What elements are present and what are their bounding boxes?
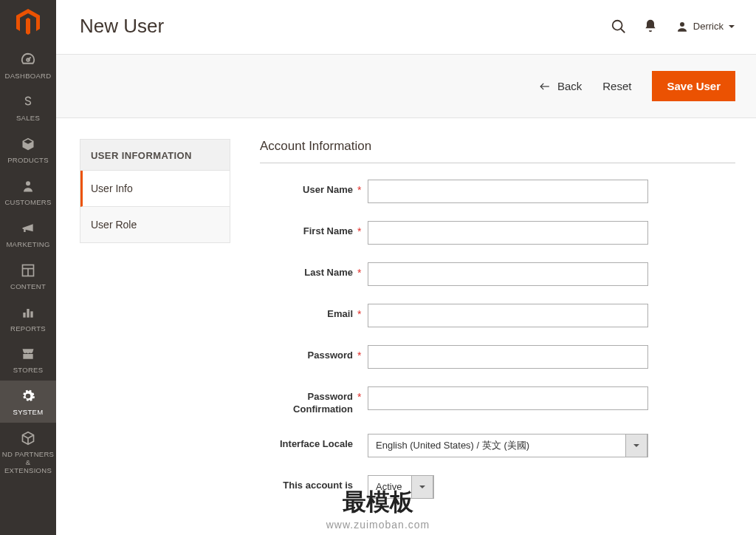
nav-products[interactable]: PRODUCTS <box>0 129 56 171</box>
required-marker: * <box>357 180 363 196</box>
chevron-down-icon <box>411 475 433 499</box>
save-user-button[interactable]: Save User <box>652 71 735 101</box>
arrow-left-icon <box>538 81 551 92</box>
required-marker: * <box>357 345 363 361</box>
nav-dashboard[interactable]: DASHBOARD <box>0 44 56 86</box>
chevron-down-icon <box>625 434 647 457</box>
nav-system[interactable]: SYSTEM <box>0 381 56 423</box>
back-button[interactable]: Back <box>538 80 582 92</box>
svg-point-9 <box>680 22 684 27</box>
account-form: Account Information User Name * First Na… <box>260 139 735 517</box>
user-info-tabs: USER INFORMATION User Info User Role <box>80 139 230 243</box>
account-status-select[interactable]: Active <box>368 475 434 499</box>
password-input[interactable] <box>368 345 648 369</box>
tab-user-info[interactable]: User Info <box>80 171 230 207</box>
side-tabs-title: USER INFORMATION <box>80 140 230 171</box>
lastname-input[interactable] <box>368 262 648 286</box>
gear-icon <box>20 388 36 404</box>
section-title: Account Information <box>260 139 735 163</box>
firstname-input[interactable] <box>368 221 648 245</box>
megaphone-icon <box>20 220 36 236</box>
svg-point-7 <box>613 20 622 30</box>
svg-line-8 <box>621 28 625 33</box>
required-marker: * <box>357 386 363 403</box>
tab-user-role[interactable]: User Role <box>80 207 230 242</box>
page-header: New User Derrick <box>56 0 756 47</box>
admin-sidebar: DASHBOARD SALES PRODUCTS CUSTOMERS MARKE… <box>0 0 56 535</box>
dollar-icon <box>20 94 36 110</box>
svg-rect-4 <box>23 313 25 318</box>
chevron-down-icon <box>728 23 735 30</box>
username-label: Derrick <box>693 21 724 32</box>
required-marker: * <box>357 221 363 237</box>
svg-rect-5 <box>27 309 29 318</box>
password-confirm-input[interactable] <box>368 386 648 410</box>
cube-icon <box>20 136 36 152</box>
label-locale: Interface Locale <box>260 434 353 451</box>
gauge-icon <box>20 52 36 68</box>
nav-partners[interactable]: ND PARTNERS & EXTENSIONS <box>0 423 56 481</box>
page-title: New User <box>80 15 611 38</box>
label-firstname: First Name <box>260 221 353 238</box>
nav-content[interactable]: CONTENT <box>0 255 56 297</box>
locale-select[interactable]: English (United States) / 英文 (美國) <box>368 434 648 457</box>
nav-customers[interactable]: CUSTOMERS <box>0 171 56 213</box>
svg-rect-6 <box>30 311 32 317</box>
label-password-confirm: Password Confirmation <box>260 386 353 416</box>
email-input[interactable] <box>368 304 648 327</box>
label-username: User Name <box>260 180 353 197</box>
action-toolbar: Back Reset Save User <box>56 54 756 118</box>
user-icon <box>676 20 689 33</box>
magento-logo[interactable] <box>0 0 56 44</box>
required-marker: * <box>357 304 363 320</box>
notifications-button[interactable] <box>643 18 659 35</box>
nav-stores[interactable]: STORES <box>0 338 56 381</box>
label-password: Password <box>260 345 353 362</box>
label-lastname: Last Name <box>260 262 353 279</box>
required-marker: * <box>357 262 363 279</box>
reset-button[interactable]: Reset <box>602 80 631 92</box>
nav-reports[interactable]: REPORTS <box>0 297 56 339</box>
user-menu[interactable]: Derrick <box>676 20 735 33</box>
package-icon <box>20 430 36 446</box>
person-icon <box>20 178 36 194</box>
svg-point-0 <box>26 181 30 185</box>
username-input[interactable] <box>368 180 648 203</box>
label-email: Email <box>260 304 353 321</box>
layout-icon <box>20 262 36 279</box>
bars-icon <box>20 304 36 321</box>
search-button[interactable] <box>611 18 627 35</box>
label-account-is: This account is <box>260 475 353 492</box>
main-content: New User Derrick Back Reset Save User US… <box>56 0 756 535</box>
storefront-icon <box>20 346 36 362</box>
nav-sales[interactable]: SALES <box>0 86 56 129</box>
nav-marketing[interactable]: MARKETING <box>0 213 56 255</box>
